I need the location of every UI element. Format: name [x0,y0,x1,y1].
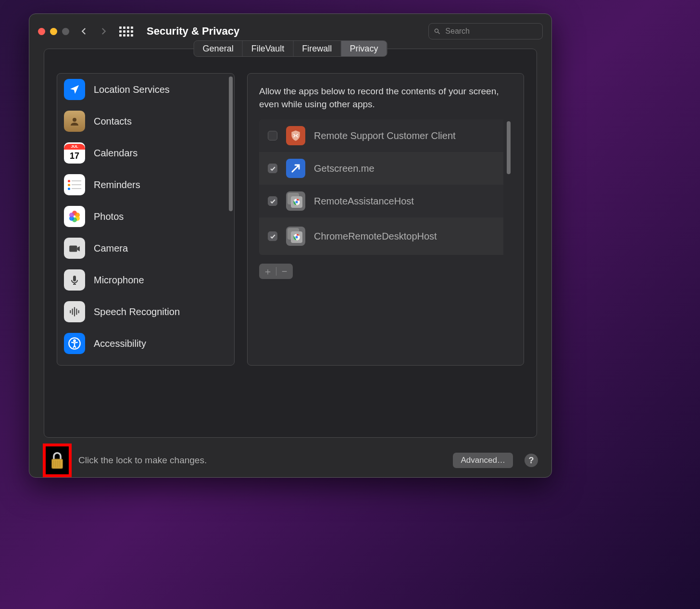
svg-rect-10 [73,276,76,281]
svg-point-0 [435,29,438,32]
lock-icon [49,451,65,470]
location-icon [64,79,85,100]
app-name: RemoteAssistanceHost [314,196,414,207]
zoom-window-button [62,28,69,35]
app-list: Remote Support Customer Client Getscreen… [259,119,512,255]
sidebar-item-label: Speech Recognition [94,306,180,317]
sidebar-item-reminders[interactable]: Reminders [57,169,234,201]
svg-line-1 [438,32,440,34]
app-row[interactable]: Remote Support Customer Client [259,119,503,152]
chrome-icon [286,227,305,246]
reminders-icon [64,174,85,195]
accessibility-icon [64,333,85,354]
microphone-icon [64,269,85,291]
sidebar-item-label: Microphone [94,275,144,286]
contacts-icon [64,111,85,132]
app-list-scroll-track [503,119,512,255]
sidebar-item-microphone[interactable]: Microphone [57,264,234,296]
sidebar-item-label: Photos [94,211,124,222]
app-name: Getscreen.me [314,163,375,174]
calendar-icon: JUL 17 [64,142,85,164]
lock-button[interactable] [43,444,72,477]
detail-panel: Allow the apps below to record the conte… [247,73,524,366]
app-row[interactable]: ChromeRemoteDesktopHost [259,217,503,255]
arrow-app-icon [286,159,305,178]
svg-point-17 [74,340,75,342]
sidebar-item-accessibility[interactable]: Accessibility [57,328,234,359]
footer: Click the lock to make changes. Advanced… [29,444,551,477]
add-remove-buttons: ＋ − [259,264,293,279]
minimize-window-button[interactable] [50,28,57,35]
svg-point-19 [295,201,298,203]
help-button[interactable]: ? [525,454,538,467]
tab-general[interactable]: General [194,41,243,56]
sidebar-item-label: Location Services [94,84,170,95]
tab-firewall[interactable]: Firewall [293,41,341,56]
photos-icon [64,206,85,227]
speech-icon [64,301,85,322]
sidebar-item-label: Contacts [94,116,132,127]
app-name: ChromeRemoteDesktopHost [314,231,437,242]
sidebar-item-label: Camera [94,243,128,254]
sidebar-item-label: Calendars [94,148,138,159]
nav-buttons [80,27,108,36]
search-icon [434,27,440,35]
sidebar-scrollbar[interactable] [229,76,233,211]
app-checkbox[interactable] [268,196,277,206]
panes: Location Services Contacts JUL 17 Cal [44,49,537,437]
sidebar-item-label: Accessibility [94,338,146,349]
lock-hint-text: Click the lock to make changes. [78,455,207,466]
tab-privacy[interactable]: Privacy [341,41,387,56]
shield-icon [286,126,305,145]
app-row[interactable]: RemoteAssistanceHost [259,185,503,217]
sidebar-item-calendars[interactable]: JUL 17 Calendars [57,137,234,169]
forward-button [99,27,108,36]
sidebar-item-camera[interactable]: Camera [57,232,234,264]
tabs: General FileVault Firewall Privacy [194,40,388,57]
privacy-category-list[interactable]: Location Services Contacts JUL 17 Cal [57,73,235,366]
advanced-button[interactable]: Advanced… [453,453,513,468]
sidebar-item-label: Reminders [94,179,140,190]
add-button[interactable]: ＋ [261,266,275,276]
svg-point-8 [69,213,74,217]
app-checkbox[interactable] [268,131,277,140]
chrome-icon [286,191,305,211]
tab-filevault[interactable]: FileVault [243,41,294,56]
app-checkbox[interactable] [268,164,277,173]
app-list-scrollbar[interactable] [507,121,511,174]
show-all-button[interactable] [119,26,133,37]
remove-button[interactable]: − [277,266,292,276]
detail-description: Allow the apps below to record the conte… [259,85,512,111]
svg-point-21 [295,236,298,239]
back-button[interactable] [80,27,88,36]
search-field[interactable] [428,23,543,39]
camera-icon [64,238,85,259]
app-checkbox[interactable] [268,231,277,241]
sidebar-item-speech-recognition[interactable]: Speech Recognition [57,296,234,328]
sidebar-item-location-services[interactable]: Location Services [57,74,234,105]
search-input[interactable] [444,26,538,36]
svg-point-2 [73,118,76,122]
app-row[interactable]: Getscreen.me [259,152,503,185]
sidebar-item-photos[interactable]: Photos [57,201,234,232]
svg-rect-9 [69,246,77,252]
svg-rect-22 [52,459,63,469]
traffic-lights [38,28,69,35]
content-panel: General FileVault Firewall Privacy Locat… [44,49,537,438]
system-preferences-window: Security & Privacy General FileVault Fir… [29,13,552,478]
sidebar-item-contacts[interactable]: Contacts [57,105,234,137]
close-window-button[interactable] [38,28,45,35]
separator [276,267,276,276]
app-name: Remote Support Customer Client [314,130,456,141]
window-title: Security & Privacy [147,25,239,38]
